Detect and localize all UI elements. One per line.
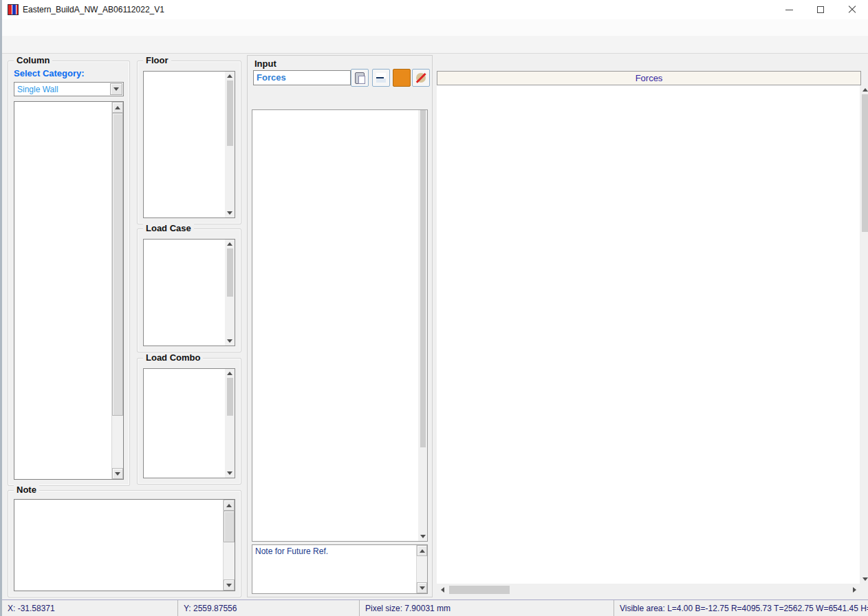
- category-combobox[interactable]: Single Wall: [14, 82, 124, 96]
- scroll-down-button[interactable]: [225, 469, 235, 478]
- minimize-button[interactable]: [773, 0, 805, 19]
- scroll-left-button[interactable]: [437, 584, 448, 596]
- arrow-up-icon: [227, 372, 232, 375]
- arrow-down-icon: [227, 211, 232, 215]
- footnote-scrollbar[interactable]: [416, 545, 427, 593]
- column-listbox: [14, 101, 124, 480]
- arrow-up-icon: [227, 74, 232, 78]
- arrow-up-icon: [115, 106, 120, 109]
- load-case-group-title: Load Case: [143, 223, 194, 233]
- input-panel: Input Forces Note for Future Ref.: [247, 55, 433, 597]
- property-grid: [252, 109, 428, 542]
- arrow-down-icon: [227, 339, 232, 343]
- arrow-up-icon: [227, 242, 232, 246]
- hide-drawing-button[interactable]: [412, 69, 430, 87]
- scroll-up-button[interactable]: [225, 369, 235, 378]
- status-y-coordinate: Y: 2559.87556: [178, 600, 360, 616]
- column-list-items: [14, 102, 111, 479]
- load-combo-groupbox: Load Combo: [137, 358, 241, 485]
- arrow-up-icon: [226, 504, 232, 507]
- scroll-down-button[interactable]: [225, 209, 235, 217]
- column-group-title: Column: [14, 55, 52, 65]
- load-case-scrollbar[interactable]: [225, 240, 235, 346]
- arrow-down-icon: [420, 586, 425, 590]
- column-list-scrollbar[interactable]: [111, 102, 123, 479]
- note-scrollbar[interactable]: [223, 500, 235, 591]
- scroll-down-button[interactable]: [860, 575, 868, 584]
- arrow-down-icon: [862, 577, 868, 581]
- scrollbar-thumb[interactable]: [112, 113, 123, 416]
- table-name-input[interactable]: Forces: [253, 70, 351, 85]
- scroll-up-button[interactable]: [225, 72, 235, 81]
- maximize-icon: [817, 6, 824, 13]
- scroll-up-button[interactable]: [860, 85, 868, 94]
- load-combo-scrollbar[interactable]: [225, 369, 235, 478]
- select-category-label: Select Category:: [14, 68, 85, 78]
- window-controls: [773, 0, 868, 19]
- future-ref-note-box[interactable]: Note for Future Ref.: [252, 544, 428, 594]
- menu-bar: [2, 19, 868, 36]
- scrollbar-thumb[interactable]: [862, 94, 868, 232]
- floor-checklist: [143, 71, 235, 218]
- scrollbar-thumb[interactable]: [224, 511, 235, 542]
- scroll-up-button[interactable]: [417, 545, 427, 556]
- floor-group-title: Floor: [143, 55, 171, 65]
- scroll-down-button[interactable]: [418, 532, 428, 541]
- scrollbar-thumb[interactable]: [420, 110, 426, 447]
- scrollbar-thumb[interactable]: [227, 378, 233, 416]
- arrow-right-icon: [853, 587, 856, 593]
- arrow-down-icon: [227, 471, 232, 475]
- arrow-down-icon: [115, 472, 120, 476]
- input-panel-title: Input: [254, 59, 276, 69]
- chevron-down-icon: [113, 87, 119, 91]
- load-case-checklist: [143, 239, 235, 346]
- table-vertical-scrollbar[interactable]: [860, 85, 868, 584]
- minimize-icon: [785, 10, 793, 10]
- window-title: Eastern_BuildA_NW_AB06112022_V1: [23, 5, 164, 14]
- arrow-down-icon: [420, 535, 426, 538]
- arrow-left-icon: [441, 587, 444, 593]
- scroll-down-button[interactable]: [112, 468, 123, 479]
- arrow-up-icon: [862, 88, 868, 92]
- title-bar: Eastern_BuildA_NW_AB06112022_V1: [2, 0, 868, 19]
- toolbar: [2, 36, 868, 54]
- load-case-groupbox: Load Case: [137, 229, 241, 352]
- status-bar: X: -31.58371 Y: 2559.87556 Pixel size: 7…: [2, 599, 868, 616]
- refresh-2-button[interactable]: [393, 69, 411, 87]
- category-combobox-value: Single Wall: [14, 85, 110, 94]
- status-visible-area: Visible area: L=4.00 B=-12.75 R=4095.73 …: [614, 600, 868, 616]
- arrow-up-icon: [420, 549, 425, 553]
- paste-button[interactable]: [351, 69, 369, 87]
- column-groupbox: Column Select Category: Single Wall: [8, 61, 130, 486]
- scroll-down-button[interactable]: [417, 582, 427, 593]
- save-button[interactable]: [372, 69, 390, 87]
- scrollbar-thumb[interactable]: [227, 81, 233, 146]
- maximize-button[interactable]: [805, 0, 836, 19]
- table-title: Forces: [437, 71, 861, 85]
- app-icon: [8, 4, 19, 15]
- scroll-down-button[interactable]: [225, 337, 235, 346]
- arrow-down-icon: [226, 584, 232, 587]
- results-panel: Forces: [435, 55, 868, 597]
- note-groupbox: Note: [8, 490, 241, 597]
- scrollbar-thumb[interactable]: [449, 586, 510, 594]
- forces-table: [437, 85, 861, 584]
- scroll-up-button[interactable]: [224, 500, 235, 511]
- note-group-title: Note: [14, 485, 39, 495]
- scroll-up-button[interactable]: [112, 102, 123, 113]
- table-horizontal-scrollbar[interactable]: [437, 584, 860, 596]
- note-box: [14, 499, 235, 591]
- category-dropdown-button[interactable]: [110, 83, 122, 95]
- future-ref-note-text: Note for Future Ref.: [252, 545, 416, 593]
- scroll-right-button[interactable]: [849, 584, 860, 596]
- scrollbar-thumb[interactable]: [227, 248, 233, 297]
- load-combo-group-title: Load Combo: [143, 352, 203, 363]
- floor-scrollbar[interactable]: [225, 72, 235, 217]
- close-icon: [848, 6, 856, 14]
- property-grid-scrollbar[interactable]: [418, 110, 427, 541]
- scroll-down-button[interactable]: [224, 580, 235, 591]
- status-pixel-size: Pixel size: 7.90031 mm: [360, 600, 614, 616]
- close-button[interactable]: [836, 0, 868, 19]
- load-combo-checklist: [143, 368, 235, 478]
- scroll-up-button[interactable]: [225, 240, 235, 248]
